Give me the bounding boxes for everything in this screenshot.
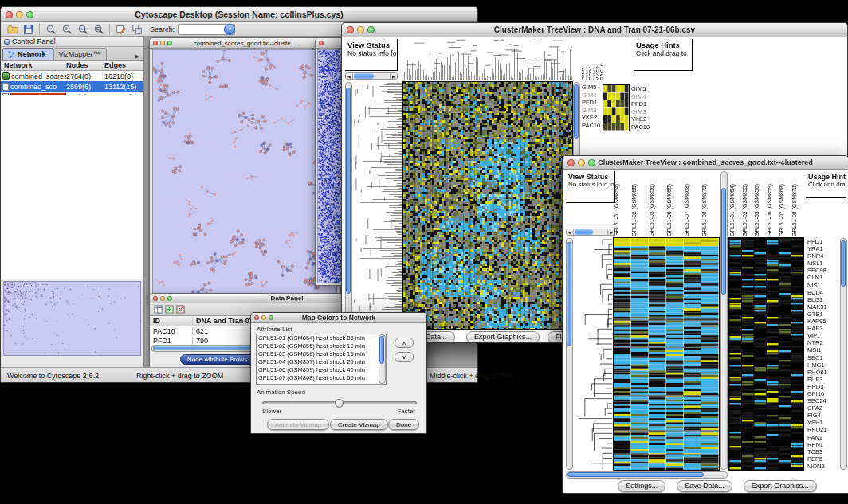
- matrix-view[interactable]: [317, 49, 343, 283]
- maximize-icon[interactable]: [167, 41, 172, 45]
- network-graph-canvas[interactable]: [153, 50, 337, 297]
- attribute-list-item[interactable]: GPL51-02 (GSM855) heat shock 10 min: [257, 342, 386, 350]
- mini-hscrollbar[interactable]: ◀ ▶: [345, 72, 398, 80]
- column-network[interactable]: Network: [1, 61, 66, 69]
- attribute-list-item[interactable]: GPL51-06 (GSM859) heat shock 40 min: [257, 366, 386, 374]
- treeview-dna-title-bar[interactable]: ClusterMaker TreeView : DNA and Tran 07-…: [342, 23, 847, 37]
- column-nodes[interactable]: Nodes: [66, 61, 104, 69]
- annotation-icon[interactable]: [113, 23, 128, 36]
- scrollbar-thumb[interactable]: [575, 229, 593, 235]
- minimize-icon[interactable]: [160, 41, 165, 45]
- zoom-in-icon[interactable]: [59, 23, 74, 36]
- attribute-list-item[interactable]: GPL51-04 (GSM857) heat shock 20 min: [257, 358, 386, 366]
- scrollbar-thumb[interactable]: [567, 242, 571, 346]
- maximize-icon[interactable]: [588, 159, 595, 166]
- create-vizmap-button[interactable]: Create Vizmap: [330, 419, 388, 430]
- treeview-combined-title-bar[interactable]: ClusterMaker TreeView : combined_scores_…: [563, 156, 848, 170]
- maximize-icon[interactable]: [167, 296, 172, 301]
- close-icon[interactable]: [254, 315, 259, 320]
- node-attribute-browser-button[interactable]: Node Attribute Brows...: [180, 354, 260, 365]
- left-vscrollbar[interactable]: [566, 238, 573, 470]
- gene-labels: PFD1YRA1RNR4MSL1SPC98CLN1NIS1BUD4ELG1MAK…: [807, 238, 838, 470]
- mini-hscrollbar[interactable]: ◀ ▶: [566, 229, 615, 236]
- scrollbar-thumb[interactable]: [574, 84, 579, 139]
- move-down-button[interactable]: ∨: [395, 352, 414, 362]
- minimize-icon[interactable]: [578, 159, 585, 166]
- gene-list-vscrollbar[interactable]: [840, 238, 847, 470]
- attribute-list-item[interactable]: GPL51-03 (GSM856) heat shock 15 min: [257, 350, 386, 358]
- scrollbar-thumb[interactable]: [346, 88, 351, 294]
- column-edges[interactable]: Edges: [104, 61, 143, 69]
- network-row-selected[interactable]: combined_sco 2569(6) 13112(15): [1, 81, 143, 92]
- animation-speed-slider[interactable]: [262, 401, 417, 404]
- overview-canvas[interactable]: [4, 282, 141, 355]
- tab-network[interactable]: Network: [2, 48, 53, 60]
- selected-heatmap-canvas[interactable]: [729, 238, 803, 470]
- tab-vizmapper[interactable]: VizMapper™: [53, 48, 108, 60]
- export-graphics-button[interactable]: Export Graphics...: [744, 480, 817, 492]
- row-dendrogram-canvas[interactable]: [354, 82, 402, 329]
- scrollbar-thumb[interactable]: [841, 240, 846, 287]
- search-dropdown-icon[interactable]: ▾: [224, 24, 235, 35]
- close-icon[interactable]: [319, 41, 324, 45]
- open-session-icon[interactable]: [5, 23, 20, 36]
- maximize-icon[interactable]: [269, 315, 273, 320]
- network-table-header[interactable]: Network Nodes Edges: [1, 61, 143, 71]
- summary-heatmap-canvas[interactable]: [603, 85, 629, 131]
- close-icon[interactable]: [153, 41, 158, 45]
- maximize-icon[interactable]: [367, 26, 375, 33]
- move-up-button[interactable]: ∧: [395, 338, 414, 348]
- scrollbar-thumb[interactable]: [567, 472, 704, 477]
- network-overview-panel[interactable]: [3, 281, 141, 356]
- cytoscape-title-bar[interactable]: Cytoscape Desktop (Session Name: collins…: [1, 7, 477, 22]
- close-icon[interactable]: [567, 159, 575, 166]
- maximize-icon[interactable]: [26, 11, 33, 18]
- save-data-button[interactable]: Save Data...: [677, 480, 732, 492]
- scrollbar-thumb[interactable]: [354, 73, 374, 79]
- network-view-title-bar[interactable]: combined_scores_good.txt--cluste...: [150, 38, 340, 49]
- close-icon[interactable]: [153, 296, 158, 301]
- attribute-list-item[interactable]: GPL51-01 (GSM854) heat shock 05 min: [257, 334, 386, 342]
- tab-overflow-icon[interactable]: ▶: [133, 53, 142, 60]
- zoom-fit-content-icon[interactable]: [91, 23, 106, 36]
- network-graph-view[interactable]: [152, 49, 337, 297]
- dialog-title-bar[interactable]: Map Colors to Network: [251, 313, 426, 323]
- scrollbar-thumb[interactable]: [721, 188, 726, 295]
- matrix-view-title-bar[interactable]: [316, 38, 344, 49]
- overlap-windows-icon[interactable]: [129, 23, 144, 36]
- left-vscrollbar[interactable]: [345, 82, 352, 329]
- export-graphics-button[interactable]: Export Graphics...: [466, 331, 540, 342]
- zoom-actual-size-icon[interactable]: 1:1: [75, 23, 90, 36]
- main-vscrollbar[interactable]: [720, 171, 728, 470]
- attribute-list[interactable]: GPL51-01 (GSM854) heat shock 05 minGPL51…: [256, 334, 387, 385]
- minimize-icon[interactable]: [16, 11, 23, 18]
- close-icon[interactable]: [347, 26, 354, 33]
- scroll-right-icon[interactable]: ▶: [390, 73, 397, 79]
- expression-heatmap-canvas[interactable]: [403, 82, 572, 329]
- scroll-left-icon[interactable]: ◀: [567, 229, 574, 235]
- hscrollbar[interactable]: [566, 471, 728, 479]
- minimize-icon[interactable]: [357, 26, 364, 33]
- minimize-icon[interactable]: [261, 315, 266, 320]
- row-dendrogram-canvas[interactable]: [575, 238, 612, 470]
- expression-heatmap-canvas[interactable]: [614, 238, 719, 470]
- attribute-list-scrollbar[interactable]: [379, 334, 386, 384]
- settings-button[interactable]: Settings...: [618, 480, 665, 492]
- column-dendrogram-canvas[interactable]: [403, 39, 572, 80]
- close-icon[interactable]: [6, 11, 13, 18]
- delete-attribute-icon[interactable]: [176, 303, 185, 317]
- attribute-list-item[interactable]: GPL51-07 (GSM868) heat shock 60 min: [257, 374, 386, 382]
- search-input[interactable]: ▾: [178, 24, 235, 35]
- scroll-left-icon[interactable]: ◀: [346, 73, 353, 79]
- minimize-icon[interactable]: [160, 296, 165, 301]
- slider-thumb[interactable]: [335, 399, 344, 408]
- matrix-canvas[interactable]: [318, 50, 343, 283]
- scrollbar-thumb[interactable]: [379, 336, 384, 364]
- done-button[interactable]: Done: [388, 419, 419, 430]
- create-attribute-icon[interactable]: [165, 303, 174, 317]
- save-session-icon[interactable]: [21, 23, 36, 36]
- select-attributes-icon[interactable]: [154, 303, 163, 317]
- network-row[interactable]: combined_scores 2764(0) 16218(0): [1, 71, 143, 81]
- column-id[interactable]: ID: [150, 317, 193, 325]
- zoom-out-icon[interactable]: [43, 23, 58, 36]
